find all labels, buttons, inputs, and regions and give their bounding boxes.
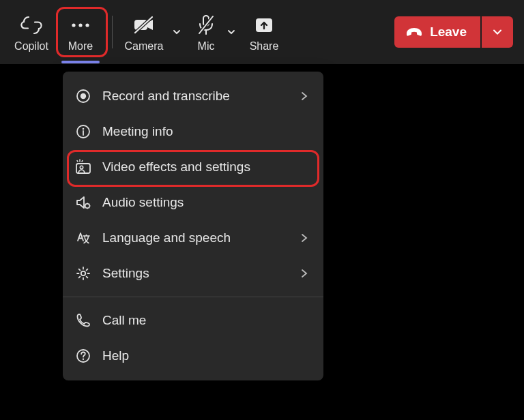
menu-label: Language and speech — [102, 230, 287, 245]
copilot-button[interactable]: Copilot — [7, 5, 56, 59]
svg-point-14 — [83, 128, 85, 130]
mic-chevron-button[interactable] — [223, 27, 239, 37]
mic-off-icon — [196, 12, 216, 39]
menu-label: Video effects and settings — [102, 160, 311, 175]
menu-label: Meeting info — [102, 124, 311, 139]
svg-point-19 — [81, 271, 85, 275]
menu-label: Call me — [102, 313, 311, 328]
phone-icon — [75, 312, 91, 329]
copilot-icon — [19, 12, 44, 39]
leave-button-group: Leave — [394, 16, 513, 48]
active-indicator — [61, 61, 100, 63]
svg-point-2 — [85, 23, 89, 27]
chevron-right-icon — [297, 91, 311, 102]
gear-icon — [75, 265, 91, 282]
menu-item-help[interactable]: Help — [63, 338, 323, 374]
video-effects-icon — [75, 159, 91, 175]
svg-point-17 — [80, 166, 83, 168]
svg-point-1 — [78, 23, 82, 27]
help-icon — [75, 348, 91, 364]
menu-item-settings[interactable]: Settings — [63, 256, 323, 291]
share-label: Share — [250, 40, 279, 52]
menu-separator — [63, 297, 323, 297]
share-button[interactable]: Share — [239, 5, 289, 59]
toolbar-separator — [112, 16, 113, 48]
more-dropdown-menu: Record and transcribe Meeting info Video… — [63, 72, 323, 380]
meeting-toolbar: Copilot More Camera — [0, 0, 524, 65]
svg-point-0 — [72, 23, 75, 27]
chevron-down-icon — [227, 27, 236, 37]
menu-item-language[interactable]: Language and speech — [63, 220, 323, 256]
menu-label: Audio settings — [102, 195, 311, 210]
leave-chevron-button[interactable] — [482, 16, 513, 48]
svg-point-12 — [81, 93, 86, 99]
more-button[interactable]: More — [56, 5, 105, 59]
record-icon — [75, 88, 91, 104]
chevron-right-icon — [297, 268, 311, 279]
menu-item-record[interactable]: Record and transcribe — [63, 78, 323, 114]
share-icon — [254, 12, 274, 39]
camera-label: Camera — [125, 40, 164, 52]
ellipsis-icon — [68, 12, 93, 39]
menu-label: Help — [102, 348, 311, 363]
mic-label: Mic — [198, 40, 215, 52]
info-icon — [75, 123, 91, 140]
more-label: More — [68, 40, 93, 52]
mic-button[interactable]: Mic — [185, 5, 223, 59]
hangup-icon — [405, 26, 423, 38]
svg-point-21 — [83, 359, 84, 360]
chevron-down-icon — [492, 27, 503, 38]
menu-item-audio-settings[interactable]: Audio settings — [63, 185, 323, 220]
chevron-down-icon — [172, 27, 181, 37]
camera-button[interactable]: Camera — [119, 5, 169, 59]
menu-item-meeting-info[interactable]: Meeting info — [63, 114, 323, 149]
camera-chevron-button[interactable] — [169, 27, 185, 37]
copilot-label: Copilot — [14, 40, 48, 52]
menu-item-video-effects[interactable]: Video effects and settings — [63, 149, 323, 185]
chevron-right-icon — [297, 232, 311, 243]
audio-settings-icon — [75, 194, 91, 211]
camera-off-icon — [132, 12, 156, 39]
menu-item-call-me[interactable]: Call me — [63, 303, 323, 338]
menu-label: Record and transcribe — [102, 89, 287, 104]
leave-button[interactable]: Leave — [394, 16, 480, 48]
menu-label: Settings — [102, 266, 287, 281]
leave-label: Leave — [430, 25, 467, 40]
language-icon — [75, 230, 91, 246]
